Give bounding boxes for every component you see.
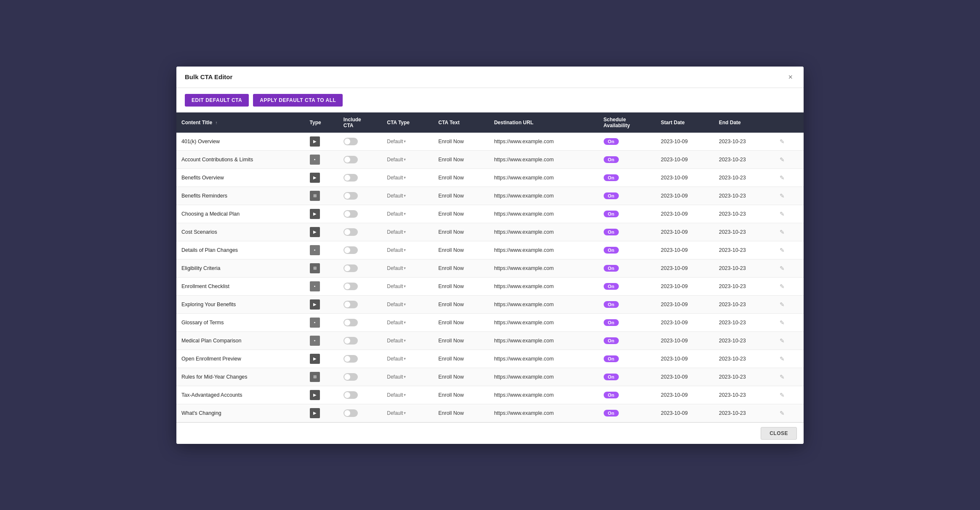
cta-type-dropdown[interactable]: Default bbox=[387, 193, 403, 199]
modal-close-button[interactable]: × bbox=[786, 72, 795, 82]
edit-row-button[interactable]: ✎ bbox=[777, 318, 787, 327]
schedule-badge: On bbox=[604, 319, 619, 326]
close-button[interactable]: CLOSE bbox=[761, 427, 797, 440]
edit-row-button[interactable]: ✎ bbox=[777, 300, 787, 309]
edit-row-button[interactable]: ✎ bbox=[777, 174, 787, 182]
cell-cta-text: Enroll Now bbox=[433, 404, 489, 422]
schedule-badge: On bbox=[604, 265, 619, 272]
schedule-badge: On bbox=[604, 138, 619, 145]
cell-cta-type: Default ▾ bbox=[382, 277, 433, 295]
cell-content-title: Details of Plan Changes bbox=[176, 241, 305, 259]
cell-actions: ✎ bbox=[772, 205, 804, 223]
edit-row-button[interactable]: ✎ bbox=[777, 355, 787, 363]
include-cta-toggle[interactable] bbox=[344, 138, 358, 145]
include-cta-toggle[interactable] bbox=[344, 373, 358, 381]
cell-cta-text: Enroll Now bbox=[433, 295, 489, 313]
cell-start-date: 2023-10-09 bbox=[656, 313, 714, 331]
cta-type-dropdown[interactable]: Default bbox=[387, 356, 403, 362]
sort-arrow-icon: ↑ bbox=[215, 120, 217, 125]
cta-type-dropdown[interactable]: Default bbox=[387, 175, 403, 181]
edit-row-button[interactable]: ✎ bbox=[777, 228, 787, 236]
cell-cta-type: Default ▾ bbox=[382, 150, 433, 168]
cell-cta-type: Default ▾ bbox=[382, 241, 433, 259]
cell-type: ▪ bbox=[305, 150, 338, 168]
chevron-down-icon: ▾ bbox=[404, 248, 406, 252]
cell-include-cta bbox=[338, 313, 382, 331]
include-cta-toggle[interactable] bbox=[344, 337, 358, 344]
include-cta-toggle[interactable] bbox=[344, 264, 358, 272]
include-cta-toggle[interactable] bbox=[344, 409, 358, 417]
table-row: 401(k) Overview▶Default ▾Enroll Nowhttps… bbox=[176, 133, 804, 151]
cell-include-cta bbox=[338, 241, 382, 259]
include-cta-toggle[interactable] bbox=[344, 355, 358, 363]
edit-row-button[interactable]: ✎ bbox=[777, 210, 787, 218]
edit-row-button[interactable]: ✎ bbox=[777, 192, 787, 200]
include-cta-toggle[interactable] bbox=[344, 319, 358, 326]
cell-actions: ✎ bbox=[772, 241, 804, 259]
cell-include-cta bbox=[338, 205, 382, 223]
cta-type-dropdown[interactable]: Default bbox=[387, 139, 403, 144]
include-cta-toggle[interactable] bbox=[344, 301, 358, 308]
cta-type-dropdown[interactable]: Default bbox=[387, 283, 403, 289]
cta-type-dropdown[interactable]: Default bbox=[387, 392, 403, 398]
edit-row-button[interactable]: ✎ bbox=[777, 137, 787, 146]
col-content-title[interactable]: Content Title ↑ bbox=[176, 112, 305, 133]
cta-type-dropdown[interactable]: Default bbox=[387, 302, 403, 307]
edit-row-button[interactable]: ✎ bbox=[777, 246, 787, 254]
edit-row-button[interactable]: ✎ bbox=[777, 409, 787, 417]
cell-schedule-availability: On bbox=[599, 404, 656, 422]
cta-type-dropdown[interactable]: Default bbox=[387, 338, 403, 344]
video-icon: ▶ bbox=[310, 390, 320, 400]
cell-schedule-availability: On bbox=[599, 133, 656, 151]
include-cta-toggle[interactable] bbox=[344, 283, 358, 290]
cell-cta-text: Enroll Now bbox=[433, 386, 489, 404]
video-icon: ▶ bbox=[310, 299, 320, 310]
doc-icon: ▪ bbox=[310, 336, 320, 346]
include-cta-toggle[interactable] bbox=[344, 228, 358, 236]
cell-end-date: 2023-10-23 bbox=[714, 404, 772, 422]
cta-type-dropdown[interactable]: Default bbox=[387, 410, 403, 416]
cell-end-date: 2023-10-23 bbox=[714, 350, 772, 368]
edit-row-button[interactable]: ✎ bbox=[777, 391, 787, 399]
edit-row-button[interactable]: ✎ bbox=[777, 282, 787, 291]
table-row: Exploring Your Benefits▶Default ▾Enroll … bbox=[176, 295, 804, 313]
cta-type-dropdown[interactable]: Default bbox=[387, 374, 403, 380]
include-cta-toggle[interactable] bbox=[344, 156, 358, 163]
cell-include-cta bbox=[338, 150, 382, 168]
edit-default-cta-button[interactable]: EDIT DEFAULT CTA bbox=[185, 94, 249, 107]
cta-type-dropdown[interactable]: Default bbox=[387, 211, 403, 217]
schedule-badge: On bbox=[604, 374, 619, 380]
cell-destination-url: https://www.example.com bbox=[489, 295, 599, 313]
edit-row-button[interactable]: ✎ bbox=[777, 264, 787, 272]
include-cta-toggle[interactable] bbox=[344, 391, 358, 399]
table-row: What's Changing▶Default ▾Enroll Nowhttps… bbox=[176, 404, 804, 422]
cta-type-dropdown[interactable]: Default bbox=[387, 320, 403, 326]
cell-schedule-availability: On bbox=[599, 368, 656, 386]
cell-cta-text: Enroll Now bbox=[433, 259, 489, 277]
include-cta-toggle[interactable] bbox=[344, 174, 358, 182]
cell-start-date: 2023-10-09 bbox=[656, 350, 714, 368]
table-row: Open Enrollment Preview▶Default ▾Enroll … bbox=[176, 350, 804, 368]
edit-row-button[interactable]: ✎ bbox=[777, 373, 787, 381]
col-cta-type: CTA Type bbox=[382, 112, 433, 133]
include-cta-toggle[interactable] bbox=[344, 246, 358, 254]
col-include-cta: IncludeCTA bbox=[338, 112, 382, 133]
cta-type-dropdown[interactable]: Default bbox=[387, 265, 403, 271]
cta-type-dropdown[interactable]: Default bbox=[387, 229, 403, 235]
cell-cta-text: Enroll Now bbox=[433, 168, 489, 187]
apply-default-cta-button[interactable]: APPLY DEFAULT CTA TO ALL bbox=[253, 94, 343, 107]
cell-actions: ✎ bbox=[772, 259, 804, 277]
cell-content-title: Choosing a Medical Plan bbox=[176, 205, 305, 223]
include-cta-toggle[interactable] bbox=[344, 192, 358, 200]
chevron-down-icon: ▾ bbox=[404, 157, 406, 162]
cta-type-dropdown[interactable]: Default bbox=[387, 247, 403, 253]
edit-row-button[interactable]: ✎ bbox=[777, 336, 787, 345]
table-row: Tax-Advantaged Accounts▶Default ▾Enroll … bbox=[176, 386, 804, 404]
edit-row-button[interactable]: ✎ bbox=[777, 155, 787, 164]
cell-schedule-availability: On bbox=[599, 259, 656, 277]
cta-type-dropdown[interactable]: Default bbox=[387, 157, 403, 163]
cell-schedule-availability: On bbox=[599, 386, 656, 404]
table-header-row: Content Title ↑ Type IncludeCTA CTA Type… bbox=[176, 112, 804, 133]
cell-schedule-availability: On bbox=[599, 168, 656, 187]
include-cta-toggle[interactable] bbox=[344, 210, 358, 218]
